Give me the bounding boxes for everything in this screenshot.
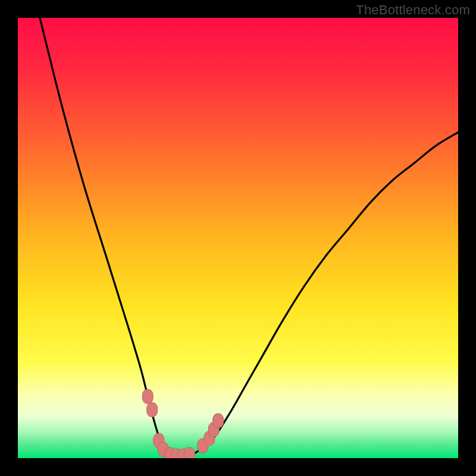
plot-area [18, 18, 458, 458]
chart-svg [18, 18, 458, 458]
data-marker [213, 414, 224, 428]
data-marker [142, 389, 153, 403]
data-marker [184, 447, 195, 458]
bottleneck-curve [40, 18, 458, 458]
data-marker [147, 403, 158, 417]
watermark-text: TheBottleneck.com [356, 2, 470, 18]
outer-frame: TheBottleneck.com [0, 0, 476, 476]
